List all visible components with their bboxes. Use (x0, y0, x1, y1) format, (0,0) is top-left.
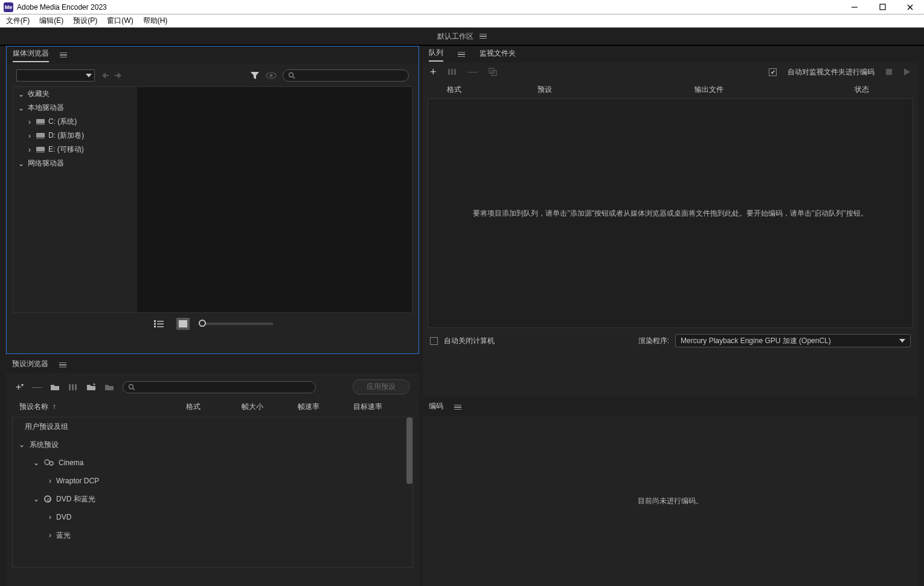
start-queue-button[interactable] (903, 68, 911, 76)
menu-window[interactable]: 窗口(W) (107, 16, 133, 26)
import-preset-button[interactable] (86, 383, 96, 391)
row-user-presets[interactable]: 用户预设及组 (13, 417, 412, 436)
nav-forward-icon[interactable] (114, 72, 123, 79)
chevron-down-icon: ⌄ (33, 495, 39, 503)
col-format[interactable]: 格式 (186, 402, 239, 412)
search-icon (128, 384, 135, 391)
encoding-status-area: 目前尚未进行编码。 (423, 416, 918, 586)
stop-queue-button[interactable] (885, 68, 893, 76)
row-system-presets[interactable]: ⌄ 系统预设 (13, 436, 412, 454)
tree-drive-e[interactable]: › E: (可移动) (13, 143, 137, 156)
chevron-down-icon: ⌄ (19, 440, 25, 449)
thumb-view-button[interactable] (176, 318, 190, 330)
drive-icon (36, 147, 45, 153)
svg-rect-21 (69, 384, 71, 390)
preset-label: DVD 和蓝光 (56, 494, 95, 504)
queue-drop-area[interactable]: 要将项目添加到队列，请单击"添加源"按钮或者从媒体浏览器或桌面将文件拖到此处。要… (428, 98, 913, 328)
chevron-right-icon: › (49, 513, 51, 521)
panel-menu-icon[interactable] (458, 52, 465, 57)
menu-bar: 文件(F) 编辑(E) 预设(P) 窗口(W) 帮助(H) (0, 14, 924, 28)
workspace-label[interactable]: 默认工作区 (437, 31, 473, 42)
auto-shutdown-checkbox[interactable] (430, 337, 438, 345)
tree-favorites[interactable]: ⌄ 收藏夹 (13, 87, 137, 101)
renderer-select[interactable]: Mercury Playback Engine GPU 加速 (OpenCL) (675, 334, 911, 347)
maximize-button[interactable] (868, 0, 896, 14)
scrollbar[interactable] (406, 417, 412, 484)
menu-preset[interactable]: 预设(P) (73, 16, 97, 26)
list-view-button[interactable] (152, 318, 165, 330)
svg-rect-8 (115, 75, 118, 76)
pb-search-input[interactable] (123, 381, 316, 393)
remove-item-button[interactable]: — (468, 66, 478, 77)
preset-settings-button[interactable] (68, 383, 78, 391)
minimize-button[interactable] (841, 0, 868, 14)
filter-icon[interactable] (250, 71, 260, 80)
close-button[interactable] (896, 0, 924, 14)
panel-menu-icon[interactable] (59, 362, 66, 368)
app-icon: Me (4, 2, 13, 12)
tab-encoding[interactable]: 编码 (429, 401, 443, 414)
auto-shutdown-label: 自动关闭计算机 (444, 336, 495, 346)
drive-icon (36, 119, 45, 125)
menu-help[interactable]: 帮助(H) (143, 16, 168, 26)
col-targetrate[interactable]: 目标速率 (353, 402, 406, 412)
preset-label: 用户预设及组 (25, 422, 68, 432)
col-output: 输出文件 (695, 85, 855, 95)
svg-rect-6 (105, 75, 109, 76)
thumb-size-slider[interactable] (201, 323, 273, 325)
eye-icon[interactable] (266, 72, 277, 79)
row-dvd-bluray[interactable]: ⌄ DVD 和蓝光 (13, 490, 412, 508)
queue-settings-button[interactable] (448, 68, 457, 76)
new-group-button[interactable] (50, 383, 60, 391)
tab-queue[interactable]: 队列 (429, 48, 443, 62)
add-preset-button[interactable]: +▾ (16, 382, 24, 393)
add-source-button[interactable]: + (430, 66, 437, 79)
preset-list: 用户预设及组 ⌄ 系统预设 ⌄ Cinema › (12, 417, 413, 568)
nav-back-icon[interactable] (101, 72, 109, 79)
menu-file[interactable]: 文件(F) (6, 16, 30, 26)
svg-line-26 (133, 388, 135, 390)
panel-menu-icon[interactable] (60, 53, 67, 58)
workspace-bar: 默认工作区 (0, 28, 924, 46)
tree-drive-d[interactable]: › D: (新加卷) (13, 129, 137, 143)
row-cinema[interactable]: ⌄ Cinema (13, 454, 412, 472)
tree-local-drives[interactable]: ⌄ 本地驱动器 (13, 101, 137, 115)
mb-search-input[interactable] (283, 69, 409, 82)
row-bluray[interactable]: › 蓝光 (13, 526, 412, 544)
svg-rect-34 (886, 69, 892, 75)
window-title: Adobe Media Encoder 2023 (17, 3, 841, 11)
tree-label: D: (新加卷) (48, 130, 84, 141)
svg-point-28 (50, 462, 53, 465)
chevron-down-icon (899, 339, 905, 343)
auto-encode-checkbox[interactable] (769, 68, 777, 76)
remove-preset-button[interactable]: — (32, 382, 42, 393)
menu-edit[interactable]: 编辑(E) (39, 16, 63, 26)
col-preset-name[interactable]: 预设名称 ↑ (19, 402, 182, 412)
col-framesize[interactable]: 帧大小 (242, 402, 294, 412)
tab-media-browser[interactable]: 媒体浏览器 (13, 48, 49, 62)
svg-marker-24 (93, 383, 95, 385)
svg-marker-4 (86, 74, 92, 77)
chevron-down-icon: ⌄ (33, 459, 39, 467)
duplicate-button[interactable] (489, 68, 497, 76)
svg-point-25 (129, 384, 133, 388)
export-preset-button[interactable] (104, 383, 114, 391)
tab-preset-browser[interactable]: 预设浏览器 (12, 359, 48, 372)
svg-line-13 (293, 77, 295, 79)
col-framerate[interactable]: 帧速率 (298, 402, 350, 412)
row-dvd[interactable]: › DVD (13, 508, 412, 526)
row-wraptor[interactable]: › Wraptor DCP (13, 472, 412, 490)
workspace-menu-icon[interactable] (480, 34, 487, 39)
file-preview-area (137, 87, 412, 312)
svg-point-27 (45, 460, 50, 465)
tab-watch-folder[interactable]: 监视文件夹 (480, 48, 516, 61)
svg-rect-23 (75, 384, 77, 390)
apply-preset-button[interactable]: 应用预设 (353, 379, 409, 394)
queue-hint-text: 要将项目添加到队列，请单击"添加源"按钮或者从媒体浏览器或桌面将文件拖到此处。要… (473, 208, 867, 219)
svg-rect-14 (154, 320, 156, 322)
tree-drive-c[interactable]: › C: (系统) (13, 115, 137, 129)
chevron-down-icon: ⌄ (18, 159, 24, 168)
tree-network-drives[interactable]: ⌄ 网络驱动器 (13, 156, 137, 170)
path-dropdown[interactable] (16, 69, 95, 82)
panel-menu-icon[interactable] (454, 405, 461, 410)
